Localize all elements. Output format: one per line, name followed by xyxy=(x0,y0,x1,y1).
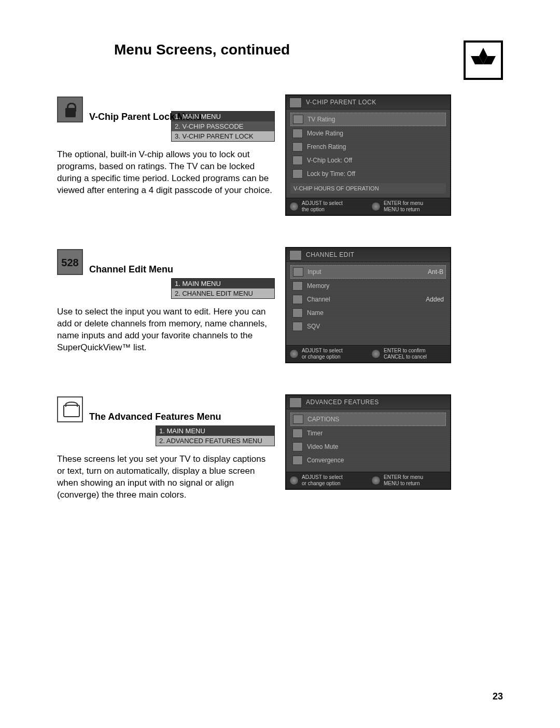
foot-line: ENTER for menu xyxy=(384,474,423,480)
tv-header-label: ADVANCED FEATURES xyxy=(306,399,379,406)
advanced-heading: The Advanced Features Menu xyxy=(89,411,221,422)
foot-line: the option xyxy=(302,207,343,213)
tv-footer: ADJUST to select or change option ENTER … xyxy=(286,345,450,362)
tv-row-label: V-Chip Lock: Off xyxy=(307,157,444,164)
channel-heading: Channel Edit Menu xyxy=(89,264,173,275)
row-icon xyxy=(292,322,303,331)
page-title: Menu Screens, continued xyxy=(114,42,508,58)
three-diamonds-icon xyxy=(468,48,499,73)
tv-menu-item: Convergence xyxy=(290,454,446,466)
toolbox-icon xyxy=(57,396,83,422)
advanced-breadcrumb: 1. MAIN MENU 2. ADVANCED FEATURES MENU xyxy=(156,425,275,446)
tv-header: ADVANCED FEATURES xyxy=(286,395,450,409)
button-icon xyxy=(371,476,381,485)
tv-screen-channel: CHANNEL EDIT Input Ant-B Memory Channel xyxy=(285,247,451,363)
clock-icon xyxy=(292,429,303,438)
vchip-screenshot: V-CHIP PARENT LOCK TV Rating Movie Ratin… xyxy=(285,94,451,216)
screen-icon xyxy=(292,442,303,451)
foot-line: MENU to return xyxy=(384,480,423,487)
advanced-body: These screens let you set your TV to dis… xyxy=(57,454,275,501)
tv-row-label: Input xyxy=(307,268,421,276)
breadcrumb-item: 2. V-CHIP PASSCODE xyxy=(172,121,274,131)
vchip-body: The optional, built-in V-chip allows you… xyxy=(57,149,275,197)
toolbox-icon xyxy=(289,397,302,408)
tv-menu-item: Video Mute xyxy=(290,441,446,453)
tv-row-label: Movie Rating xyxy=(307,130,444,137)
tv-row-label: SQV xyxy=(307,323,444,330)
row-icon xyxy=(292,281,303,291)
breadcrumb-item: 2. ADVANCED FEATURES MENU xyxy=(156,436,274,446)
tv-menu-item: TV Rating xyxy=(290,113,446,126)
tv-row-label: Video Mute xyxy=(307,443,444,450)
row-icon xyxy=(292,129,303,138)
channel-breadcrumb: 1. MAIN MENU 2. CHANNEL EDIT MENU xyxy=(171,278,275,299)
tv-menu-item: Movie Rating xyxy=(290,127,446,140)
tv-menu-item: Lock by Time: Off xyxy=(290,168,446,180)
cc-icon xyxy=(293,415,303,424)
foot-line: CANCEL to cancel xyxy=(384,354,427,360)
advanced-screenshot: ADVANCED FEATURES CAPTIONS Timer Video M… xyxy=(285,394,451,490)
tv-row-value: Added xyxy=(423,296,444,303)
row-icon xyxy=(292,169,303,178)
breadcrumb-item: 3. V-CHIP PARENT LOCK xyxy=(172,131,274,141)
tv-body: Input Ant-B Memory Channel Added Na xyxy=(286,262,450,345)
section-channel: 528 Channel Edit Menu 1. MAIN MENU 2. CH… xyxy=(57,247,508,363)
tv-screen-vchip: V-CHIP PARENT LOCK TV Rating Movie Ratin… xyxy=(285,94,451,216)
tv-menu-item: Memory xyxy=(290,280,446,292)
row-icon xyxy=(292,142,303,152)
tv-menu-item: CAPTIONS xyxy=(290,413,446,426)
tv-body: CAPTIONS Timer Video Mute Convergence xyxy=(286,409,450,472)
tv-menu-item: Timer xyxy=(290,427,446,439)
foot-line: ADJUST to select xyxy=(302,348,343,354)
dpad-icon xyxy=(289,476,299,485)
breadcrumb-item: 1. MAIN MENU xyxy=(172,279,274,289)
lock-icon xyxy=(57,97,83,122)
foot-line: ADJUST to select xyxy=(302,474,343,480)
tv-footer: ADJUST to select or change option ENTER … xyxy=(286,472,450,489)
channel-number-icon: 528 xyxy=(57,249,83,275)
tv-row-label: Lock by Time: Off xyxy=(307,170,444,177)
tv-row-label: CAPTIONS xyxy=(307,416,443,423)
channel-left: 528 Channel Edit Menu 1. MAIN MENU 2. CH… xyxy=(57,247,285,354)
tv-header: CHANNEL EDIT xyxy=(286,248,450,262)
button-icon xyxy=(371,202,381,211)
tv-icon xyxy=(289,250,302,260)
row-icon xyxy=(292,308,303,318)
section-advanced: The Advanced Features Menu 1. MAIN MENU … xyxy=(57,394,508,501)
channel-body: Use to select the input you want to edit… xyxy=(57,306,275,354)
foot-line: MENU to return xyxy=(384,207,423,213)
tv-row-label: Name xyxy=(307,309,444,317)
tv-row-value: Ant-B xyxy=(425,268,443,276)
breadcrumb-item: 1. MAIN MENU xyxy=(172,112,274,121)
tv-header: V-CHIP PARENT LOCK xyxy=(286,95,450,109)
foot-line: ADJUST to select xyxy=(302,200,343,207)
tv-menu-item: Channel Added xyxy=(290,293,446,306)
tv-menu-item: French Rating xyxy=(290,141,446,153)
channel-screenshot: CHANNEL EDIT Input Ant-B Memory Channel xyxy=(285,247,451,363)
brand-logo xyxy=(464,40,503,80)
tv-row-label: Timer xyxy=(307,430,444,437)
page-number: 23 xyxy=(493,691,503,702)
tv-header-label: V-CHIP PARENT LOCK xyxy=(306,99,376,106)
vchip-breadcrumb: 1. MAIN MENU 2. V-CHIP PASSCODE 3. V-CHI… xyxy=(171,111,275,142)
foot-line: ENTER to confirm xyxy=(384,348,427,354)
tv-header-label: CHANNEL EDIT xyxy=(306,251,355,258)
tv-body: TV Rating Movie Rating French Rating V-C… xyxy=(286,109,450,198)
vchip-left: V-Chip Parent Lock Menu 1. MAIN MENU 2. … xyxy=(57,94,285,197)
tv-footer: ADJUST to select the option ENTER for me… xyxy=(286,198,450,215)
row-icon xyxy=(292,156,303,165)
lock-icon xyxy=(289,98,302,108)
page: Menu Screens, continued V-Chip Parent Lo… xyxy=(0,0,560,728)
converge-icon xyxy=(292,456,303,465)
section-vchip: V-Chip Parent Lock Menu 1. MAIN MENU 2. … xyxy=(57,94,508,216)
advanced-left: The Advanced Features Menu 1. MAIN MENU … xyxy=(57,394,285,501)
tv-row-label: Channel xyxy=(307,296,418,303)
tv-subhead: V-CHIP HOURS OF OPERATION xyxy=(290,183,446,194)
tv-screen-advanced: ADVANCED FEATURES CAPTIONS Timer Video M… xyxy=(285,394,451,490)
foot-line: or change option xyxy=(302,480,343,487)
row-icon xyxy=(293,267,303,277)
tv-menu-item: Name xyxy=(290,307,446,319)
button-icon xyxy=(371,349,381,359)
tv-menu-item: SQV xyxy=(290,320,446,333)
dpad-icon xyxy=(289,202,299,211)
